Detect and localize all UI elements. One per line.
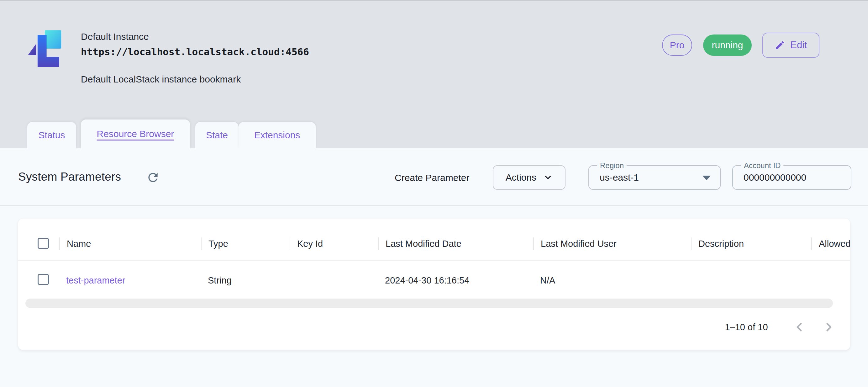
- parameter-type-cell: String: [208, 272, 231, 289]
- tab-extensions-label: Extensions: [254, 130, 300, 141]
- pencil-icon: [775, 40, 785, 51]
- select-all-checkbox[interactable]: [38, 238, 49, 249]
- pro-plan-badge-label: Pro: [670, 40, 685, 51]
- column-divider: [378, 237, 379, 250]
- localstack-instance-page: Default Instance https://localhost.local…: [0, 0, 868, 387]
- row-checkbox[interactable]: [38, 274, 49, 285]
- window-top-border: [0, 0, 868, 1]
- tab-state[interactable]: State: [195, 122, 239, 148]
- tab-resource-browser-label: Resource Browser: [97, 128, 174, 139]
- tab-status[interactable]: Status: [27, 122, 76, 148]
- table-header-divider: [18, 260, 850, 261]
- column-divider: [811, 237, 812, 250]
- page-title: System Parameters: [18, 170, 121, 183]
- column-header-last-modified-user[interactable]: Last Modified User: [533, 235, 617, 252]
- toolbar-divider: [0, 205, 868, 206]
- column-header-allowed[interactable]: Allowed: [811, 235, 850, 252]
- next-page-icon[interactable]: [821, 320, 836, 335]
- select-arrow-icon: [703, 176, 711, 180]
- instance-description: Default LocalStack instance bookmark: [81, 74, 241, 85]
- pagination-range-label: 1–10 of 10: [720, 319, 773, 335]
- edit-button[interactable]: Edit: [762, 33, 819, 58]
- region-select[interactable]: Region us-east-1: [588, 165, 721, 190]
- pro-plan-badge: Pro: [662, 34, 692, 56]
- tab-state-label: State: [206, 130, 228, 141]
- instance-url: https://localhost.localstack.cloud:4566: [81, 46, 309, 57]
- column-header-key-id[interactable]: Key Id: [290, 235, 323, 252]
- column-divider: [201, 237, 202, 250]
- horizontal-scrollbar[interactable]: [25, 299, 833, 308]
- parameter-last-modified-date-cell: 2024-04-30 16:16:54: [385, 272, 469, 289]
- column-header-description[interactable]: Description: [691, 235, 744, 252]
- previous-page-icon[interactable]: [792, 320, 807, 335]
- column-header-last-modified-date[interactable]: Last Modified Date: [378, 235, 461, 252]
- column-header-type[interactable]: Type: [201, 235, 228, 252]
- status-badge-label: running: [712, 40, 743, 51]
- column-divider: [59, 237, 60, 250]
- column-divider: [691, 237, 691, 250]
- column-divider: [533, 237, 534, 250]
- account-id-field[interactable]: Account ID 000000000000: [732, 165, 851, 190]
- refresh-icon[interactable]: [146, 171, 160, 184]
- tab-resource-browser[interactable]: Resource Browser: [81, 119, 190, 148]
- parameter-name-link[interactable]: test-parameter: [66, 272, 125, 289]
- chevron-down-icon: [543, 173, 553, 182]
- actions-dropdown-button[interactable]: Actions: [493, 165, 565, 190]
- actions-dropdown-label: Actions: [506, 172, 536, 183]
- account-id-field-value: 000000000000: [744, 166, 806, 189]
- column-divider: [290, 237, 290, 250]
- region-select-value: us-east-1: [600, 166, 639, 189]
- column-header-name[interactable]: Name: [59, 235, 91, 252]
- edit-button-label: Edit: [790, 39, 807, 51]
- tab-status-label: Status: [38, 130, 65, 141]
- instance-header: Default Instance https://localhost.local…: [0, 0, 868, 148]
- localstack-logo-icon: [27, 29, 62, 68]
- parameter-last-modified-user-cell: N/A: [540, 272, 555, 289]
- status-badge: running: [703, 34, 752, 56]
- tab-extensions[interactable]: Extensions: [239, 122, 316, 148]
- instance-title: Default Instance: [81, 31, 149, 42]
- parameters-table-card: Name Type Key Id Last Modified Date Last…: [18, 218, 850, 350]
- create-parameter-button[interactable]: Create Parameter: [395, 173, 469, 183]
